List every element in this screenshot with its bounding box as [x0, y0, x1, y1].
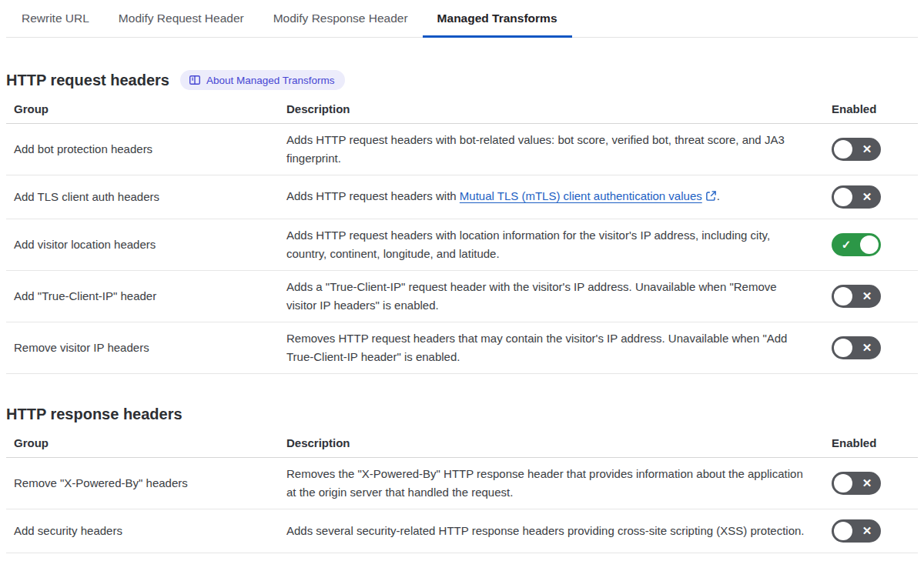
toggle-knob — [834, 188, 852, 206]
response-headers-title: HTTP response headers — [6, 403, 182, 425]
response-headers-table: Group Description Enabled Remove "X-Powe… — [6, 434, 918, 553]
tab-rewrite-url[interactable]: Rewrite URL — [7, 0, 104, 37]
description-cell: Adds a "True-Client-IP" request header w… — [286, 271, 816, 322]
response-headers-section-head: HTTP response headers — [6, 403, 918, 425]
group-cell: Add visitor location headers — [6, 235, 286, 254]
cross-icon: ✕ — [855, 472, 879, 495]
group-cell: Add bot protection headers — [6, 140, 286, 159]
table-row: Add TLS client auth headersAdds HTTP req… — [6, 175, 918, 219]
check-icon: ✓ — [835, 233, 858, 256]
tab-bar: Rewrite URLModify Request HeaderModify R… — [6, 0, 918, 38]
table-row: Add visitor location headersAdds HTTP re… — [6, 219, 918, 271]
enabled-cell: ✕ — [816, 185, 918, 209]
toggle-knob — [834, 522, 852, 540]
table-row: Add "True-Client-IP" headerAdds a "True-… — [6, 271, 918, 322]
toggle-add-tls-client-auth-headers[interactable]: ✕ — [832, 185, 881, 209]
table-header-row: Group Description Enabled — [6, 434, 918, 458]
toggle-knob — [834, 287, 852, 306]
enabled-cell: ✕ — [816, 519, 918, 543]
toggle-knob — [834, 140, 852, 159]
description-cell: Adds HTTP request headers with bot-relat… — [286, 124, 816, 175]
enabled-cell: ✕ — [816, 138, 918, 161]
toggle-remove-x-powered-by-headers[interactable]: ✕ — [832, 472, 881, 495]
table-header-row: Group Description Enabled — [6, 100, 918, 124]
external-link-icon — [705, 189, 717, 207]
column-header-enabled: Enabled — [816, 100, 918, 123]
response-headers-rows: Remove "X-Powered-By" headersRemoves the… — [6, 458, 918, 553]
column-header-group: Group — [6, 434, 286, 457]
toggle-add-visitor-location-headers[interactable]: ✓ — [832, 233, 881, 256]
toggle-remove-visitor-ip-headers[interactable]: ✕ — [832, 336, 881, 359]
toggle-knob — [834, 474, 852, 493]
column-header-enabled: Enabled — [816, 434, 918, 457]
toggle-knob — [834, 339, 852, 357]
main-content: HTTP request headers About Managed Trans… — [0, 69, 924, 553]
toggle-add-bot-protection-headers[interactable]: ✕ — [832, 138, 881, 161]
group-cell: Add security headers — [6, 522, 286, 540]
group-cell: Remove "X-Powered-By" headers — [6, 474, 286, 493]
toggle-add-true-client-ip-header[interactable]: ✕ — [832, 285, 881, 308]
description-cell: Adds several security-related HTTP respo… — [286, 515, 816, 547]
column-header-description: Description — [286, 434, 816, 457]
enabled-cell: ✕ — [816, 336, 918, 359]
request-headers-title: HTTP request headers — [6, 69, 169, 91]
tab-modify-request-header[interactable]: Modify Request Header — [104, 0, 259, 37]
tab-modify-response-header[interactable]: Modify Response Header — [259, 0, 423, 37]
description-cell: Removes the "X-Powered-By" HTTP response… — [286, 458, 816, 509]
toggle-add-security-headers[interactable]: ✕ — [832, 519, 881, 543]
cross-icon: ✕ — [855, 519, 879, 543]
about-managed-transforms-badge[interactable]: About Managed Transforms — [180, 70, 345, 90]
table-row: Add security headersAdds several securit… — [6, 509, 918, 553]
cross-icon: ✕ — [855, 336, 879, 359]
enabled-cell: ✓ — [816, 233, 918, 256]
badge-label: About Managed Transforms — [206, 75, 335, 86]
request-headers-rows: Add bot protection headersAdds HTTP requ… — [6, 124, 918, 374]
description-cell: Adds HTTP request headers with Mutual TL… — [286, 180, 816, 214]
column-header-group: Group — [6, 100, 286, 123]
column-header-description: Description — [286, 100, 816, 123]
tab-managed-transforms[interactable]: Managed Transforms — [423, 0, 572, 37]
table-row: Add bot protection headersAdds HTTP requ… — [6, 124, 918, 175]
table-row: Remove "X-Powered-By" headersRemoves the… — [6, 458, 918, 509]
group-cell: Add TLS client auth headers — [6, 188, 286, 206]
group-cell: Remove visitor IP headers — [6, 339, 286, 357]
enabled-cell: ✕ — [816, 472, 918, 495]
request-headers-table: Group Description Enabled Add bot protec… — [6, 100, 918, 374]
cross-icon: ✕ — [855, 138, 879, 161]
mutual-tls-mtls-client-authentication-values-link[interactable]: Mutual TLS (mTLS) client authentication … — [460, 189, 702, 202]
description-cell: Adds HTTP request headers with location … — [286, 219, 816, 270]
enabled-cell: ✕ — [816, 285, 918, 308]
book-icon — [189, 74, 201, 86]
description-cell: Removes HTTP request headers that may co… — [286, 322, 816, 373]
group-cell: Add "True-Client-IP" header — [6, 287, 286, 306]
cross-icon: ✕ — [855, 185, 879, 209]
table-row: Remove visitor IP headersRemoves HTTP re… — [6, 322, 918, 374]
request-headers-section-head: HTTP request headers About Managed Trans… — [6, 69, 918, 91]
toggle-knob — [860, 235, 879, 254]
cross-icon: ✕ — [855, 285, 879, 308]
